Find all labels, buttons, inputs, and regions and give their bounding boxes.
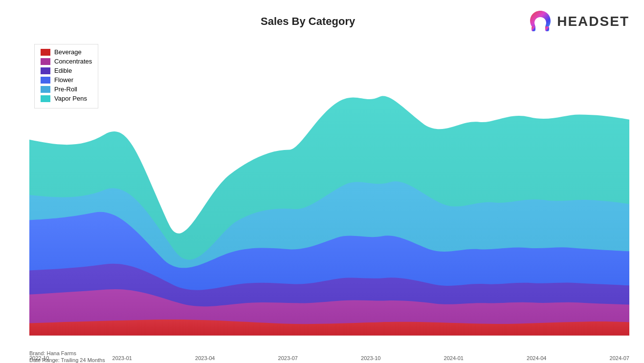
- legend-color-concentrates: [41, 58, 50, 65]
- chart-area: Beverage Concentrates Edible Flower Pre-…: [29, 39, 629, 336]
- legend-color-vaporpens: [41, 95, 50, 102]
- x-label-4: 2023-10: [361, 355, 380, 361]
- x-label-3: 2023-07: [278, 355, 298, 361]
- x-label-6: 2024-04: [527, 355, 546, 361]
- legend-item-concentrates: Concentrates: [41, 58, 92, 65]
- legend-label-flower: Flower: [54, 76, 73, 84]
- legend-item-beverage: Beverage: [41, 48, 92, 56]
- x-label-2: 2023-04: [195, 355, 215, 361]
- footer-info: Brand: Hana Farms Date Range: Trailing 2…: [29, 350, 119, 363]
- legend-item-vaporpens: Vapor Pens: [41, 95, 92, 102]
- legend-label-edible: Edible: [54, 67, 72, 74]
- legend: Beverage Concentrates Edible Flower Pre-…: [34, 44, 98, 108]
- legend-label-concentrates: Concentrates: [54, 58, 92, 65]
- logo-text: HEADSET: [557, 14, 629, 29]
- headset-logo-icon: [528, 9, 553, 34]
- date-range-label: Date Range: Trailing 24 Months: [29, 357, 119, 363]
- legend-color-beverage: [41, 49, 50, 56]
- logo-area: HEADSET: [528, 9, 629, 34]
- legend-label-vaporpens: Vapor Pens: [54, 95, 87, 102]
- chart-title: Sales By Category: [15, 15, 528, 28]
- svg-rect-0: [532, 26, 535, 31]
- brand-label: Brand: Hana Farms: [29, 350, 119, 356]
- x-label-7: 2024-07: [610, 355, 629, 361]
- legend-color-flower: [41, 77, 50, 84]
- x-label-5: 2024-01: [444, 355, 464, 361]
- legend-item-preroll: Pre-Roll: [41, 85, 92, 93]
- chart-container: Sales By Category HEADSET: [0, 0, 644, 363]
- legend-item-flower: Flower: [41, 76, 92, 84]
- header: Sales By Category HEADSET: [0, 0, 644, 34]
- svg-rect-1: [545, 26, 549, 31]
- area-chart-svg: [29, 39, 629, 336]
- legend-item-edible: Edible: [41, 67, 92, 74]
- legend-color-edible: [41, 67, 50, 74]
- legend-color-preroll: [41, 86, 50, 93]
- legend-label-beverage: Beverage: [54, 48, 82, 56]
- legend-label-preroll: Pre-Roll: [54, 85, 77, 93]
